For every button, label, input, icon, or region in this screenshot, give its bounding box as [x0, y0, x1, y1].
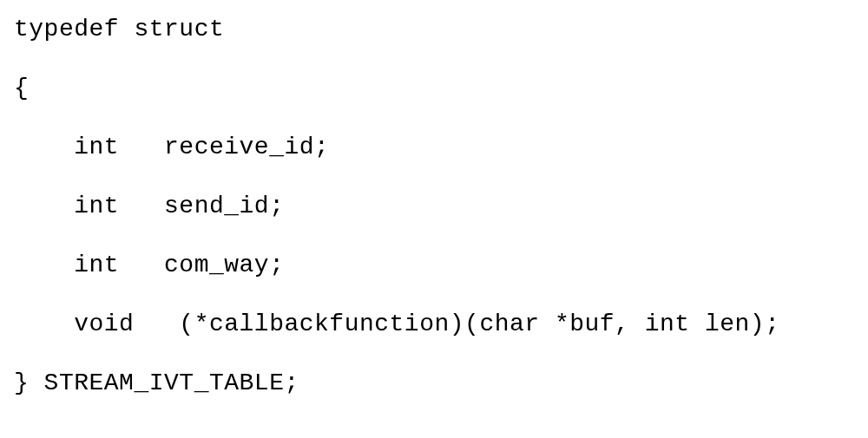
code-line-5: int com_way; — [14, 253, 854, 278]
code-line-7: } STREAM_IVT_TABLE; — [14, 371, 854, 396]
code-line-3: int receive_id; — [14, 135, 854, 160]
code-line-4: int send_id; — [14, 194, 854, 219]
code-line-2: { — [14, 76, 854, 101]
code-line-1: typedef struct — [14, 17, 854, 42]
code-line-6: void (*callbackfunction)(char *buf, int … — [14, 312, 854, 337]
